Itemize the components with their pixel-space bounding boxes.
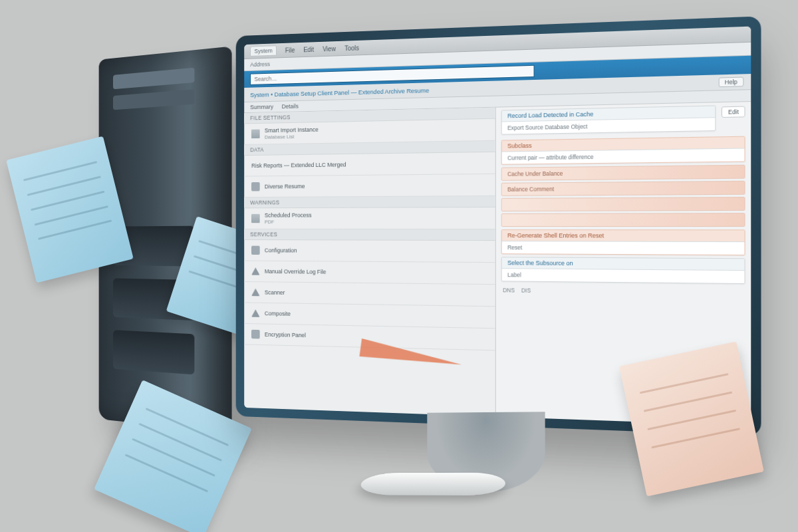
- card-header: Re-Generate Shell Entries on Reset: [502, 230, 744, 242]
- left-column: File Settings Smart Import Instance Data…: [244, 108, 496, 417]
- panel-card: Select the Subsource on Label: [501, 257, 745, 284]
- card-body: Label: [502, 269, 744, 283]
- window-tab[interactable]: System: [250, 45, 277, 57]
- panel-card: Re-Generate Shell Entries on Reset Reset: [501, 229, 745, 255]
- play-icon: [251, 289, 260, 297]
- footer-link[interactable]: DIS: [521, 287, 531, 294]
- toolbar-label: Address: [250, 61, 270, 68]
- list-item[interactable]: Configuration: [244, 240, 495, 263]
- footer-link[interactable]: DNS: [503, 287, 515, 293]
- item-label: Scanner: [265, 289, 285, 296]
- warning-stripe[interactable]: [501, 213, 745, 227]
- card-body: Current pair — attribute difference: [502, 149, 744, 164]
- item-label: Encryption Panel: [265, 331, 306, 339]
- document-icon: [251, 129, 260, 138]
- play-icon: [251, 267, 260, 275]
- list-item[interactable]: Diverse Resume: [244, 174, 495, 198]
- square-icon: [251, 182, 260, 191]
- item-label: Composite: [265, 310, 291, 317]
- square-icon: [251, 330, 260, 339]
- warning-stripe[interactable]: [501, 197, 745, 211]
- item-label: Diverse Resume: [265, 183, 305, 190]
- menu-item[interactable]: File: [285, 47, 295, 54]
- item-label: Smart Import Instance: [265, 126, 319, 134]
- list-item[interactable]: Risk Reports — Extended LLC Merged: [244, 152, 495, 177]
- warning-stripe[interactable]: Cache Under Balance: [501, 165, 745, 181]
- item-label: Scheduled Process: [265, 212, 312, 219]
- list-item[interactable]: Manual Override Log File: [244, 261, 495, 285]
- item-label: Configuration: [265, 247, 297, 254]
- tab-details[interactable]: Details: [282, 103, 299, 110]
- warning-stripe[interactable]: Balance Comment: [501, 181, 745, 196]
- panel-card: Record Load Detected in Cache Export Sou…: [501, 105, 716, 134]
- play-icon: [251, 309, 260, 317]
- menu-item[interactable]: View: [323, 45, 336, 52]
- page-title: System • Database Setup Client Panel — E…: [250, 86, 429, 98]
- card-body: Reset: [502, 241, 744, 255]
- list-item[interactable]: Scheduled Process PDF: [244, 207, 495, 229]
- mouse: [358, 473, 507, 495]
- tab-summary[interactable]: Summary: [250, 104, 273, 110]
- folder-icon: [251, 214, 260, 223]
- square-icon: [251, 246, 260, 255]
- item-label: Risk Reports — Extended LLC Merged: [251, 161, 346, 169]
- section-header: Warnings: [244, 196, 495, 208]
- drive-bay: [113, 330, 194, 374]
- section-header: Services: [244, 229, 495, 241]
- help-button[interactable]: Help: [718, 77, 743, 88]
- item-sublabel: PDF: [265, 219, 312, 225]
- menu-item[interactable]: Tools: [344, 44, 359, 51]
- item-sublabel: Database List: [265, 133, 319, 140]
- menu-item[interactable]: Edit: [303, 46, 314, 53]
- edit-button[interactable]: Edit: [722, 106, 745, 118]
- panel-card: Subclass Current pair — attribute differ…: [501, 136, 745, 165]
- item-label: Manual Override Log File: [265, 268, 326, 275]
